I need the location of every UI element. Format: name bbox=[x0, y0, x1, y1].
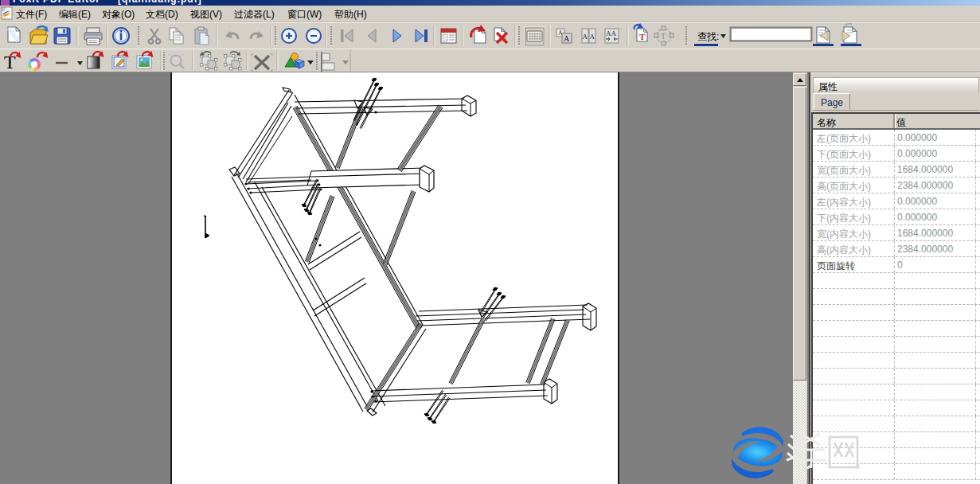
svg-text:A: A bbox=[583, 33, 588, 41]
svg-text:AA: AA bbox=[606, 29, 616, 37]
svg-text:A: A bbox=[590, 33, 595, 41]
svg-text:查找:: 查找: bbox=[697, 31, 719, 42]
svg-text:T: T bbox=[661, 32, 666, 41]
svg-text:A: A bbox=[564, 34, 570, 43]
svg-text:T: T bbox=[639, 32, 646, 41]
